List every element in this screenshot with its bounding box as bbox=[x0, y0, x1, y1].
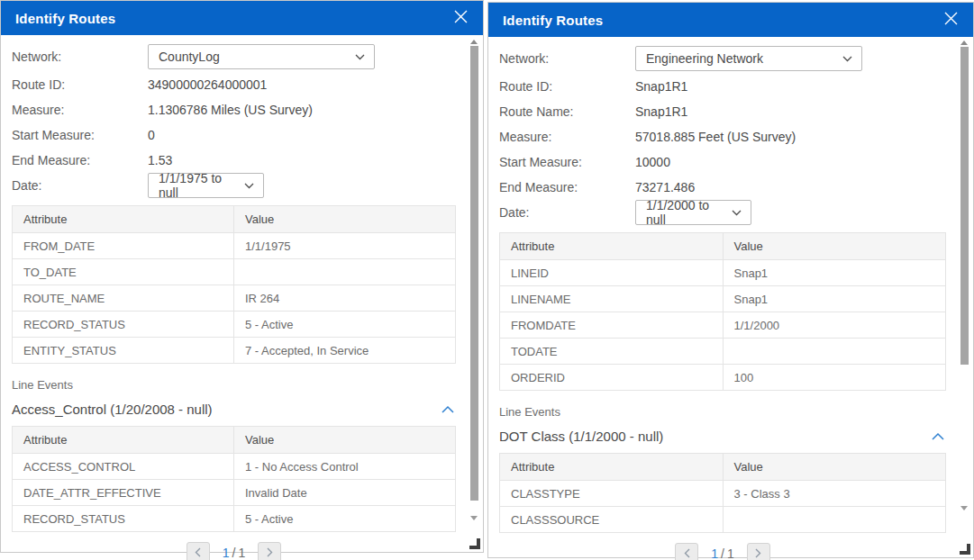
date-select[interactable]: 1/1/2000 to null bbox=[635, 200, 751, 225]
field-row-start-measure: Start Measure: 0 bbox=[12, 122, 456, 147]
attribute-cell: ORDERID bbox=[500, 365, 724, 391]
chevron-up-icon bbox=[932, 428, 944, 444]
prev-page-button[interactable] bbox=[187, 542, 210, 560]
scrollbar-thumb[interactable] bbox=[960, 47, 969, 365]
page-separator: / bbox=[232, 546, 236, 560]
value-cell bbox=[234, 259, 456, 285]
table-row: RECORD_STATUS5 - Active bbox=[13, 312, 456, 338]
next-page-button[interactable] bbox=[747, 543, 770, 560]
value-cell: Snap1 bbox=[723, 286, 946, 312]
table-row: ROUTE_NAMEIR 264 bbox=[13, 285, 456, 312]
attribute-cell: RECORD_STATUS bbox=[13, 506, 234, 532]
panel-content: Network: Engineering Network Route ID: S… bbox=[488, 37, 973, 560]
date-select-value: 1/1/2000 to null bbox=[646, 198, 724, 227]
attribute-cell: LINENAME bbox=[500, 286, 724, 312]
value-cell: 7 - Accepted, In Service bbox=[234, 338, 456, 364]
close-icon bbox=[943, 11, 959, 30]
chevron-down-icon bbox=[842, 56, 852, 62]
line-event-title: DOT Class (1/1/2000 - null) bbox=[499, 429, 663, 444]
network-select[interactable]: CountyLog bbox=[148, 44, 375, 69]
attribute-cell: CLASSTYPE bbox=[500, 481, 724, 507]
end-measure-value: 73271.486 bbox=[635, 180, 695, 194]
close-button[interactable] bbox=[941, 10, 960, 30]
collapse-button[interactable] bbox=[440, 399, 456, 419]
next-page-button[interactable] bbox=[258, 542, 281, 560]
start-measure-value: 0 bbox=[148, 128, 155, 142]
value-column-header: Value bbox=[234, 206, 456, 233]
table-row: TO_DATE bbox=[13, 259, 456, 285]
attribute-cell: RECORD_STATUS bbox=[13, 312, 234, 338]
table-row: CLASSSOURCE bbox=[500, 507, 946, 533]
route-name-label: Route Name: bbox=[499, 104, 635, 119]
table-header-row: Attribute Value bbox=[500, 454, 946, 481]
field-row-network: Network: CountyLog bbox=[12, 44, 456, 69]
pagination: 1/1 bbox=[499, 543, 946, 560]
collapse-button[interactable] bbox=[930, 426, 946, 446]
attribute-cell: ACCESS_CONTROL bbox=[13, 454, 234, 480]
pagination: 1/1 bbox=[12, 542, 456, 560]
line-event-header: DOT Class (1/1/2000 - null) bbox=[499, 426, 946, 446]
attribute-cell: FROMDATE bbox=[500, 312, 724, 339]
scroll-up-arrow-icon[interactable] bbox=[470, 40, 478, 44]
page-indicator: 1/1 bbox=[711, 546, 733, 560]
line-event-title: Access_Control (1/20/2008 - null) bbox=[12, 402, 213, 417]
chevron-right-icon bbox=[755, 546, 761, 560]
scroll-down-arrow-icon[interactable] bbox=[960, 506, 968, 510]
attribute-column-header: Attribute bbox=[500, 454, 724, 481]
line-event-table: Attribute Value ACCESS_CONTROL1 - No Acc… bbox=[12, 426, 456, 532]
attribute-table: Attribute Value FROM_DATE1/1/1975 TO_DAT… bbox=[12, 205, 456, 364]
network-label: Network: bbox=[12, 50, 148, 64]
page-separator: / bbox=[721, 546, 724, 560]
current-page: 1 bbox=[711, 546, 718, 560]
value-cell bbox=[723, 339, 946, 365]
total-pages: 1 bbox=[238, 546, 245, 560]
table-row: TODATE bbox=[500, 339, 946, 365]
value-cell: 1 - No Access Control bbox=[234, 454, 456, 480]
field-row-date: Date: 1/1/2000 to null bbox=[499, 200, 946, 225]
field-row-network: Network: Engineering Network bbox=[499, 46, 946, 71]
panel-header: Identify Routes bbox=[1, 1, 483, 35]
measure-label: Measure: bbox=[499, 130, 635, 144]
field-row-end-measure: End Measure: 1.53 bbox=[12, 148, 456, 172]
value-cell: 5 - Active bbox=[234, 312, 456, 338]
value-cell: Invalid Date bbox=[234, 480, 456, 506]
value-cell: 5 - Active bbox=[234, 506, 456, 532]
scrollbar-thumb[interactable] bbox=[470, 46, 478, 501]
attribute-cell: ENTITY_STATUS bbox=[13, 338, 234, 364]
measure-value: 57018.885 Feet (US Survey) bbox=[635, 130, 796, 144]
field-row-end-measure: End Measure: 73271.486 bbox=[499, 175, 946, 199]
end-measure-label: End Measure: bbox=[12, 153, 148, 167]
start-measure-label: Start Measure: bbox=[12, 128, 148, 142]
date-select-value: 1/1/1975 to null bbox=[159, 171, 237, 200]
value-cell: 1/1/2000 bbox=[723, 312, 946, 339]
attribute-column-header: Attribute bbox=[13, 206, 234, 233]
table-row: FROMDATE1/1/2000 bbox=[500, 312, 946, 339]
table-row: ENTITY_STATUS7 - Accepted, In Service bbox=[13, 338, 456, 364]
table-row: DATE_ATTR_EFFECTIVEInvalid Date bbox=[13, 480, 456, 506]
page-indicator: 1/1 bbox=[223, 546, 245, 560]
resize-handle[interactable] bbox=[469, 538, 480, 549]
resize-handle[interactable] bbox=[960, 544, 970, 555]
date-select[interactable]: 1/1/1975 to null bbox=[148, 173, 264, 198]
chevron-up-icon bbox=[441, 401, 454, 417]
value-cell: 1/1/1975 bbox=[234, 233, 456, 259]
panel-title: Identify Routes bbox=[503, 13, 603, 28]
route-id-label: Route ID: bbox=[499, 79, 635, 94]
scroll-down-arrow-icon[interactable] bbox=[470, 516, 478, 520]
attribute-cell: LINEID bbox=[500, 260, 724, 286]
prev-page-button[interactable] bbox=[675, 543, 698, 560]
date-label: Date: bbox=[499, 205, 635, 220]
chevron-right-icon bbox=[267, 545, 273, 560]
close-button[interactable] bbox=[451, 8, 470, 28]
route-id-value: 34900000264000001 bbox=[148, 77, 267, 92]
line-event-header: Access_Control (1/20/2008 - null) bbox=[12, 399, 456, 419]
line-events-label: Line Events bbox=[12, 378, 456, 392]
identify-routes-panel-left: Identify Routes Network: CountyLog Route… bbox=[0, 0, 484, 553]
scroll-up-arrow-icon[interactable] bbox=[960, 41, 968, 45]
panel-content: Network: CountyLog Route ID: 34900000264… bbox=[1, 35, 483, 560]
table-row: RECORD_STATUS5 - Active bbox=[13, 506, 456, 532]
attribute-table: Attribute Value LINEIDSnap1 LINENAMESnap… bbox=[499, 232, 946, 391]
network-select[interactable]: Engineering Network bbox=[635, 46, 862, 71]
field-row-route-name: Route Name: Snap1R1 bbox=[499, 99, 946, 123]
value-cell: 100 bbox=[723, 365, 946, 391]
